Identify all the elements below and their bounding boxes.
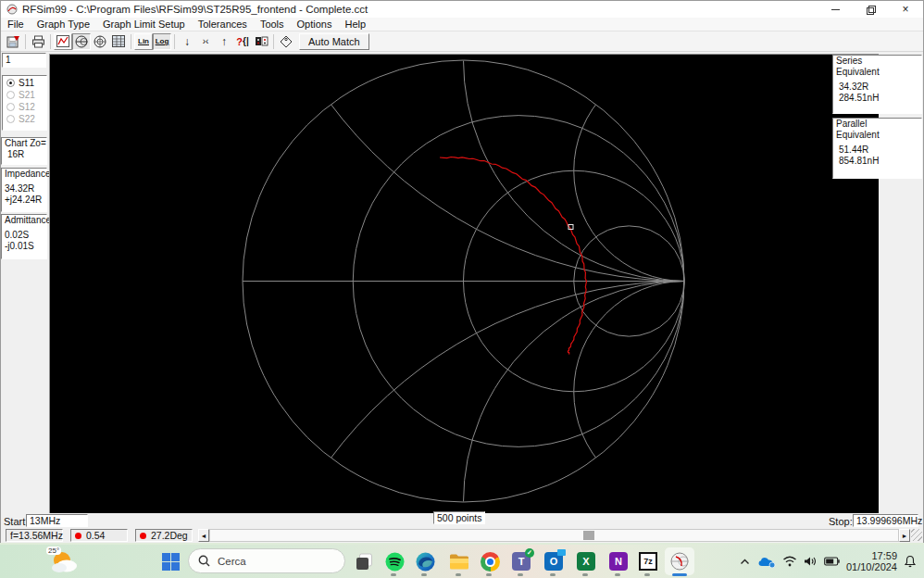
parallel-inductance: 854.81nH <box>833 156 921 167</box>
close-button[interactable]: × <box>888 1 923 18</box>
toolbar-separator <box>174 34 175 49</box>
series-title-2: Equivalent <box>833 67 921 78</box>
polar-chart-button[interactable] <box>91 33 109 50</box>
stop-label: Stop: <box>829 516 853 527</box>
linear-scale-button[interactable]: Lin <box>134 33 153 50</box>
sweep-up-button[interactable]: ↑ <box>215 33 233 50</box>
chart-zo-title: Chart Zo= <box>2 138 46 149</box>
radio-icon <box>6 115 15 123</box>
minimize-icon <box>831 9 840 10</box>
radio-s12[interactable]: S12 <box>6 101 46 112</box>
tray-time: 17:59 <box>846 550 897 561</box>
tray-chevron-up-icon[interactable] <box>739 557 751 567</box>
sweep-down-button[interactable]: ↓ <box>178 33 196 50</box>
menu-graph-type[interactable]: Graph Type <box>31 19 96 30</box>
save-button[interactable] <box>4 33 22 50</box>
taskbar-app-teams[interactable]: T ✓ <box>510 550 532 572</box>
minimize-button[interactable] <box>818 1 853 18</box>
taskbar-app-spotify[interactable] <box>383 550 406 572</box>
chrome-icon <box>481 552 500 572</box>
file-explorer-icon <box>449 553 469 571</box>
log-scale-button[interactable]: Log <box>153 33 171 50</box>
radio-s22[interactable]: S22 <box>6 113 46 124</box>
marker-angle-box: 27.2Deg <box>135 529 193 542</box>
graph-icon <box>56 35 69 47</box>
taskbar-app-file-explorer[interactable] <box>448 550 470 572</box>
weather-temp: 25° <box>46 547 61 555</box>
marker-frequency-value: f=13.56MHz <box>10 530 63 541</box>
restore-button[interactable] <box>853 1 888 18</box>
polar-chart-icon <box>94 35 106 48</box>
volume-icon[interactable] <box>804 556 818 567</box>
graph-view-button[interactable] <box>54 33 72 50</box>
rfsim99-taskbar-icon <box>669 551 690 572</box>
start-button[interactable] <box>159 550 181 572</box>
excel-letter: X <box>582 556 589 567</box>
parallel-equivalent-box: Parallel Equivalent 51.44R 854.81nH <box>832 118 922 179</box>
tray-date: 01/10/2024 <box>846 561 897 572</box>
radio-s21[interactable]: S21 <box>6 89 46 100</box>
taskbar-app-edge[interactable] <box>414 550 436 572</box>
admittance-imag: -j0.01S <box>2 241 46 252</box>
marker-scroll-left-button[interactable]: ◄ <box>198 529 209 542</box>
stop-frequency-input[interactable]: 13.999696MHz <box>853 514 918 527</box>
windows-start-icon <box>162 553 180 571</box>
running-indicator <box>518 573 523 576</box>
notification-bell-icon[interactable] <box>904 555 917 568</box>
battery-icon[interactable] <box>824 557 840 566</box>
taskbar-app-7zip[interactable]: 7z <box>637 550 659 572</box>
menu-help[interactable]: Help <box>338 19 372 30</box>
taskbar-app-chrome[interactable] <box>479 550 501 572</box>
toolbar-separator <box>50 34 51 49</box>
question-icon: ? <box>236 36 243 47</box>
taskbar-app-outlook[interactable]: O <box>543 550 565 572</box>
smith-chart-button[interactable] <box>72 33 91 50</box>
tray-clock[interactable]: 17:59 01/10/2024 <box>846 550 897 572</box>
weather-widget[interactable]: 25° <box>48 547 83 575</box>
zoom-markers-button[interactable]: ›‹ <box>196 33 215 50</box>
window-title: RFSim99 - C:\Program Files\RFSim99\ST25R… <box>22 4 368 15</box>
taskbar-app-onenote[interactable]: N <box>607 550 630 572</box>
radio-s11[interactable]: S11 <box>6 77 46 88</box>
menu-graph-limit-setup[interactable]: Graph Limit Setup <box>96 19 192 30</box>
taskbar: 25° Cerca <box>0 545 924 578</box>
wifi-icon[interactable] <box>782 556 797 567</box>
marker-number-input[interactable]: 1 <box>2 53 46 68</box>
points-input[interactable]: 500 points <box>433 511 485 524</box>
task-view-button[interactable] <box>353 550 375 572</box>
start-frequency-input[interactable]: 13MHz <box>26 514 88 527</box>
running-indicator <box>615 573 620 576</box>
smith-chart-plot <box>50 55 880 514</box>
teams-letter: T <box>518 556 525 567</box>
zoom-extents-icon: ›‹ <box>203 36 209 46</box>
marker-scrollbar-thumb[interactable] <box>583 531 594 540</box>
main-area: 1 S11 S21 S12 S22 <box>1 52 923 513</box>
radio-icon <box>6 103 15 111</box>
task-view-icon <box>356 553 373 571</box>
linear-scale-label: Lin <box>138 37 149 45</box>
component-tag-button[interactable] <box>277 33 295 50</box>
query-button[interactable]: ?{| <box>233 33 252 50</box>
outlook-envelope-badge <box>557 549 566 556</box>
print-button[interactable] <box>29 33 47 50</box>
auto-match-button[interactable]: Auto Match <box>299 33 369 50</box>
marker-scroll-right-button[interactable]: ► <box>899 529 910 542</box>
titlebar[interactable]: RFSim99 - C:\Program Files\RFSim99\ST25R… <box>1 1 923 18</box>
marker-scrollbar[interactable] <box>209 529 899 542</box>
brace-icon: {| <box>243 36 249 46</box>
menu-file[interactable]: File <box>1 19 31 30</box>
smith-chart-area[interactable] <box>49 54 879 513</box>
tag-icon <box>280 35 293 48</box>
taskbar-search[interactable]: Cerca <box>188 548 345 573</box>
menu-options[interactable]: Options <box>291 19 339 30</box>
menu-tools[interactable]: Tools <box>254 19 291 30</box>
onedrive-icon[interactable] <box>757 555 776 568</box>
menu-tolerances[interactable]: Tolerances <box>192 19 254 30</box>
taskbar-app-rfsim99-active[interactable] <box>665 547 694 575</box>
running-indicator <box>456 573 461 576</box>
table-view-button[interactable] <box>109 33 128 50</box>
tolerance-analysis-button[interactable] <box>252 33 270 50</box>
taskbar-app-excel[interactable]: X <box>575 550 597 572</box>
resize-grip[interactable] <box>911 529 922 541</box>
outlook-icon: O <box>544 552 563 571</box>
